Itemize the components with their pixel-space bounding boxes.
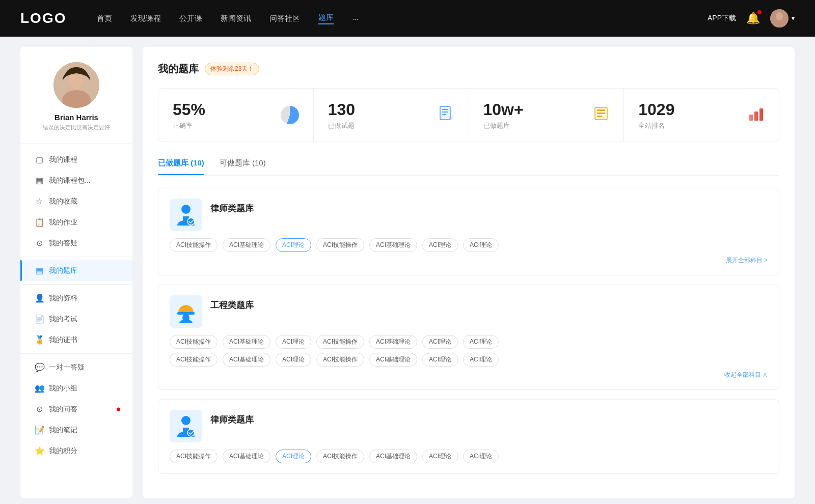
tag-1-5[interactable]: ACI基础理论: [369, 238, 417, 252]
tag-1-6[interactable]: ACI理论: [422, 238, 458, 252]
tag-2-2[interactable]: ACI基础理论: [223, 335, 270, 349]
tag-1-1[interactable]: ACI技能操作: [170, 238, 218, 252]
sidebar-item-label: 我的课程: [49, 155, 77, 164]
nav-news[interactable]: 新闻资讯: [221, 14, 251, 23]
notes-icon: 📝: [35, 425, 44, 435]
sidebar-item-label: 我的问答: [49, 405, 77, 414]
tag-2-r2-6[interactable]: ACI理论: [422, 353, 458, 367]
tag-2-r2-7[interactable]: ACI理论: [463, 353, 499, 367]
sidebar-item-label: 我的答疑: [49, 239, 77, 248]
tag-3-3[interactable]: ACI理论: [276, 450, 311, 463]
tag-1-2[interactable]: ACI基础理论: [223, 238, 270, 252]
tag-2-r2-4[interactable]: ACI技能操作: [316, 353, 364, 367]
qbank-card-lawyer-2: 律师类题库 ACI技能操作 ACI基础理论 ACI理论 ACI技能操作 ACI基…: [158, 399, 779, 474]
tag-2-3[interactable]: ACI理论: [276, 335, 311, 349]
sidebar-item-exam[interactable]: 📄 我的考试: [20, 309, 132, 329]
tag-3-6[interactable]: ACI理论: [422, 450, 458, 463]
sidebar-menu: ▢ 我的课程 ▦ 我的课程包... ☆ 我的收藏 📋 我的作业 ⊙ 我的答疑 ▤: [20, 149, 132, 461]
sidebar-item-courses[interactable]: ▢ 我的课程: [20, 149, 132, 170]
sidebar-item-profile[interactable]: 👤 我的资料: [20, 288, 132, 309]
sidebar-item-qbank[interactable]: ▤ 我的题库: [20, 260, 132, 281]
qbank-tags-2-row1: ACI技能操作 ACI基础理论 ACI理论 ACI技能操作 ACI基础理论 AC…: [170, 335, 768, 349]
tag-2-4[interactable]: ACI技能操作: [316, 335, 364, 349]
nav-right: APP下载 🔔 ▾: [708, 9, 795, 27]
svg-rect-11: [449, 116, 453, 120]
rank-icon: [748, 105, 765, 125]
sidebar-item-label: 我的笔记: [49, 426, 77, 435]
qbank-header-2: 工程类题库: [170, 295, 768, 328]
sidebar-item-qa[interactable]: ⊙ 我的答疑: [20, 233, 132, 254]
cert-icon: 🏅: [35, 335, 44, 345]
stat-correct-rate: 55% 正确率: [158, 89, 314, 142]
tag-2-r2-3[interactable]: ACI理论: [276, 353, 311, 367]
tag-3-5[interactable]: ACI基础理论: [369, 450, 417, 463]
tab-done-banks[interactable]: 已做题库 (10): [158, 158, 204, 175]
tag-1-3[interactable]: ACI理论: [276, 238, 311, 252]
done-banks-icon: [593, 105, 609, 125]
stat-value-rank: 1029: [638, 100, 674, 119]
nav-opencourse[interactable]: 公开课: [179, 14, 202, 23]
sidebar-item-homework[interactable]: 📋 我的作业: [20, 212, 132, 233]
tag-2-r2-2[interactable]: ACI基础理论: [223, 353, 270, 367]
svg-point-19: [181, 205, 191, 214]
sidebar-item-tutor[interactable]: 💬 一对一答疑: [20, 357, 132, 378]
tag-3-7[interactable]: ACI理论: [463, 450, 499, 463]
tag-2-5[interactable]: ACI基础理论: [369, 335, 417, 349]
qbank-card-lawyer-1: 律师类题库 ACI技能操作 ACI基础理论 ACI理论 ACI技能操作 ACI基…: [158, 188, 779, 275]
sidebar-item-points[interactable]: ⭐ 我的积分: [20, 440, 132, 461]
sidebar-item-course-pack[interactable]: ▦ 我的课程包...: [20, 170, 132, 191]
tab-available-banks[interactable]: 可做题库 (10): [220, 158, 266, 175]
nav-qbank[interactable]: 题库: [318, 13, 334, 24]
sidebar-divider-3: [20, 353, 132, 354]
sidebar-item-label: 我的积分: [49, 446, 77, 456]
qbank-title-3: 律师类题库: [210, 414, 254, 426]
stats-row: 55% 正确率 130 已做试题: [158, 88, 779, 142]
sidebar-item-group[interactable]: 👥 我的小组: [20, 378, 132, 399]
sidebar-item-notes[interactable]: 📝 我的笔记: [20, 419, 132, 440]
main-content: 我的题库 体验剩余23天！ 55% 正确率 130 已做试题: [143, 47, 795, 498]
notification-bell[interactable]: 🔔: [746, 12, 760, 25]
expand-link-1[interactable]: 展开全部科目 >: [170, 256, 768, 265]
tag-2-7[interactable]: ACI理论: [463, 335, 499, 349]
question-icon: ⊙: [35, 404, 44, 414]
tag-3-4[interactable]: ACI技能操作: [316, 450, 364, 463]
svg-rect-18: [759, 108, 763, 121]
tabs-row: 已做题库 (10) 可做题库 (10): [158, 158, 779, 176]
tag-2-r2-5[interactable]: ACI基础理论: [369, 353, 417, 367]
svg-rect-16: [749, 115, 753, 121]
nav-more[interactable]: ···: [352, 14, 359, 23]
tag-2-6[interactable]: ACI理论: [422, 335, 458, 349]
course-pack-icon: ▦: [35, 176, 44, 185]
tag-3-1[interactable]: ACI技能操作: [170, 450, 218, 463]
sidebar-item-favorites[interactable]: ☆ 我的收藏: [20, 191, 132, 212]
svg-point-24: [181, 416, 191, 425]
nav-home[interactable]: 首页: [97, 14, 112, 23]
avatar: [770, 9, 789, 27]
sidebar-item-questions[interactable]: ⊙ 我的问答: [20, 399, 132, 419]
sidebar-item-label: 我的证书: [49, 335, 77, 345]
tag-2-r2-1[interactable]: ACI技能操作: [170, 353, 218, 367]
sidebar-avatar: [53, 62, 99, 108]
qbank-title-2: 工程类题库: [210, 299, 254, 311]
sidebar-username: Brian Harris: [55, 113, 98, 122]
stat-rank: 1029 全站排名: [624, 89, 779, 142]
sidebar-item-cert[interactable]: 🏅 我的证书: [20, 329, 132, 350]
tag-1-7[interactable]: ACI理论: [463, 238, 499, 252]
svg-rect-9: [442, 111, 448, 113]
sidebar-item-label: 我的小组: [49, 384, 77, 393]
sidebar-profile: Brian Harris 错误的决定比没有决定要好: [20, 62, 132, 144]
svg-point-1: [776, 12, 783, 20]
collapse-link-2[interactable]: 收起全部科目 ∧: [170, 371, 768, 379]
nav-qa[interactable]: 问答社区: [269, 14, 300, 23]
qbank-header-3: 律师类题库: [170, 410, 768, 442]
tag-2-1[interactable]: ACI技能操作: [170, 335, 218, 349]
app-download-button[interactable]: APP下载: [708, 14, 736, 23]
tag-3-2[interactable]: ACI基础理论: [223, 450, 270, 463]
notification-badge: [757, 10, 762, 14]
nav-discover[interactable]: 发现课程: [130, 14, 161, 23]
stat-label-done-questions: 已做试题: [328, 121, 355, 130]
tutor-icon: 💬: [35, 362, 44, 372]
logo[interactable]: LOGO: [20, 10, 66, 26]
tag-1-4[interactable]: ACI技能操作: [316, 238, 364, 252]
user-avatar-menu[interactable]: ▾: [770, 9, 795, 27]
